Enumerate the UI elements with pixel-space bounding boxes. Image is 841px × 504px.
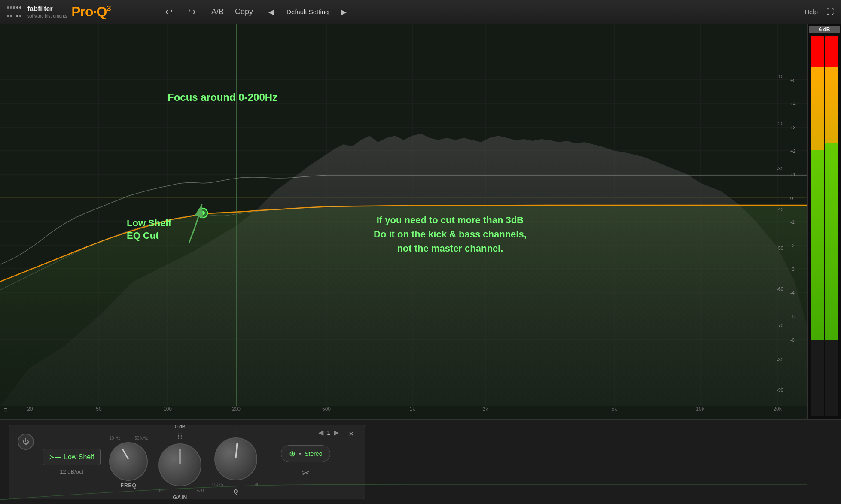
eq-svg	[0, 24, 841, 419]
stereo-button[interactable]: ⊕ • Stereo	[281, 445, 330, 462]
prev-band-button[interactable]: ◀	[318, 428, 323, 437]
filter-type-button[interactable]: ≻— Low Shelf	[43, 449, 101, 465]
gain-value-display: 0 dB	[175, 424, 186, 430]
vu-right-channel	[825, 36, 838, 416]
db-scale: +5 +4 +3 +2 +1 0 -1 -2 -3 -4 -5 -6	[790, 24, 806, 406]
fullscreen-button[interactable]: ⛶	[826, 7, 834, 16]
product-name: Pro·Q3	[71, 4, 110, 20]
logo-area: fabfilter software instruments Pro·Q3	[7, 4, 161, 20]
band-eq-preview	[0, 470, 841, 504]
vu-header: 6 dB	[809, 26, 840, 33]
vu-left-channel	[811, 36, 824, 416]
next-preset-button[interactable]: ▶	[337, 6, 350, 18]
redo-button[interactable]: ↪	[185, 5, 199, 19]
next-band-button[interactable]: ▶	[334, 428, 339, 437]
header: fabfilter software instruments Pro·Q3 ↩ …	[0, 0, 841, 24]
preset-name: Default Setting	[286, 8, 329, 15]
q-value-display: 1	[235, 430, 238, 436]
band-controls: ⏻ ≻— Low Shelf 12 dB/oct 10 Hz 30 kHz FR…	[0, 419, 841, 504]
band-number: 1	[327, 429, 330, 436]
filter-type-label: Low Shelf	[64, 453, 94, 461]
product-label: Pro·Q	[71, 4, 107, 19]
vu-meter: 6 dB	[807, 24, 841, 419]
copy-button[interactable]: Copy	[232, 6, 256, 18]
band-close-button[interactable]: ✕	[346, 428, 356, 439]
freq-min-label: 10 Hz	[109, 436, 120, 440]
version-label: 3	[107, 4, 110, 13]
brand-name: fabfilter	[27, 5, 67, 14]
eq-area: Focus around 0-200Hz Low ShelfEQ Cut If …	[0, 24, 841, 419]
band-nav: ◀ 1 ▶	[318, 428, 339, 437]
freq-max-label: 30 kHz	[134, 436, 148, 440]
prev-preset-button[interactable]: ◀	[265, 6, 278, 18]
ab-copy-area: A/B Copy	[208, 6, 256, 18]
band-power-button[interactable]: ⏻	[18, 434, 34, 450]
stereo-label: Stereo	[305, 450, 322, 457]
ab-button[interactable]: A/B	[208, 6, 227, 18]
logo-grid	[7, 4, 23, 20]
svg-point-25	[201, 211, 205, 215]
freq-axis: 20 50 100 200 500 1k 2k 5k 10k 20k ≡	[0, 406, 807, 419]
header-controls: ↩ ↪ A/B Copy ◀ Default Setting ▶ Help ⛶	[161, 5, 834, 19]
tagline: software instruments	[27, 13, 67, 19]
preset-area: Default Setting	[286, 8, 329, 15]
logo-text: fabfilter software instruments	[27, 5, 67, 19]
help-button[interactable]: Help	[804, 8, 818, 15]
undo-button[interactable]: ↩	[161, 5, 176, 19]
